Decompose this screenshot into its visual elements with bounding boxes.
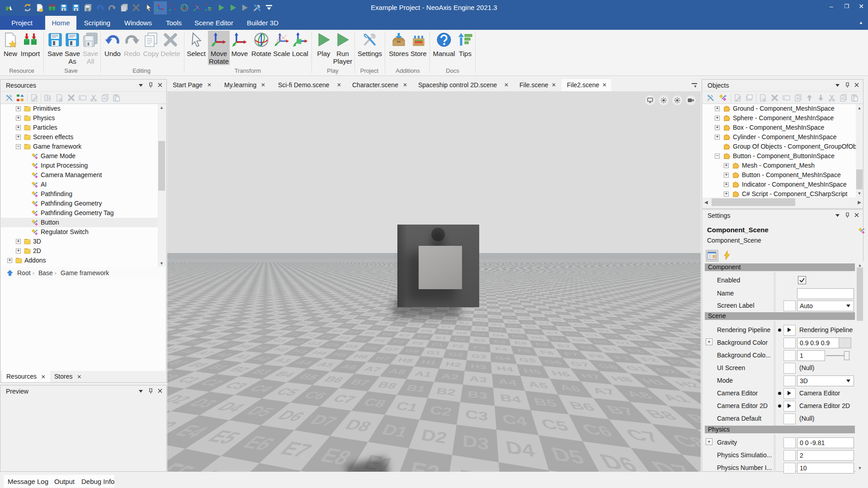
svg-text:A7: A7 bbox=[520, 299, 528, 300]
svg-text:F7: F7 bbox=[516, 294, 523, 295]
svg-text:B4: B4 bbox=[499, 392, 522, 405]
svg-text:E4: E4 bbox=[493, 339, 506, 344]
svg-text:D5: D5 bbox=[501, 305, 509, 306]
svg-text:F3: F3 bbox=[473, 345, 486, 350]
svg-text:H1: H1 bbox=[420, 359, 438, 366]
svg-text:C1: C1 bbox=[441, 325, 452, 328]
svg-text:E1: E1 bbox=[434, 336, 448, 340]
svg-text:F3: F3 bbox=[477, 309, 485, 311]
svg-text:F4: F4 bbox=[490, 310, 498, 311]
svg-text:D2: D2 bbox=[456, 331, 467, 335]
svg-text:H4: H4 bbox=[490, 316, 500, 318]
svg-text:F6: F6 bbox=[507, 294, 513, 295]
svg-text:C3: C3 bbox=[475, 327, 486, 330]
svg-text:G5: G5 bbox=[497, 295, 504, 296]
svg-text:B3: B3 bbox=[467, 389, 488, 401]
svg-text:F5: F5 bbox=[516, 348, 531, 353]
svg-text:E2: E2 bbox=[454, 337, 466, 341]
svg-text:F3: F3 bbox=[479, 293, 484, 294]
svg-text:A1: A1 bbox=[413, 370, 433, 379]
svg-text:H2: H2 bbox=[445, 361, 462, 368]
svg-text:H2: H2 bbox=[462, 314, 471, 317]
svg-text:B5: B5 bbox=[499, 300, 507, 302]
svg-text:F2: F2 bbox=[452, 344, 464, 349]
svg-text:E8: E8 bbox=[416, 334, 429, 338]
svg-text:A4: A4 bbox=[488, 298, 495, 300]
svg-text:D4: D4 bbox=[489, 305, 497, 306]
svg-text:H8: H8 bbox=[529, 298, 537, 299]
svg-text:E5: E5 bbox=[514, 341, 528, 346]
svg-text:A6: A6 bbox=[522, 321, 533, 324]
svg-text:F7: F7 bbox=[530, 311, 539, 313]
svg-text:F4: F4 bbox=[495, 347, 508, 352]
svg-text:D2: D2 bbox=[420, 426, 449, 447]
svg-text:D3: D3 bbox=[462, 431, 490, 453]
svg-text:E4: E4 bbox=[490, 307, 498, 309]
svg-text:F2: F2 bbox=[464, 308, 472, 310]
svg-text:F8: F8 bbox=[526, 295, 533, 296]
svg-text:E1: E1 bbox=[533, 293, 540, 294]
svg-text:A5: A5 bbox=[499, 299, 506, 300]
svg-text:B2: B2 bbox=[459, 322, 469, 325]
svg-text:B4: B4 bbox=[491, 323, 502, 326]
svg-text:B4: B4 bbox=[488, 300, 495, 301]
svg-text:E8: E8 bbox=[524, 293, 531, 294]
svg-text:A5: A5 bbox=[506, 320, 517, 323]
svg-text:E5: E5 bbox=[502, 307, 510, 309]
svg-text:B8: B8 bbox=[428, 320, 439, 323]
svg-text:F1: F1 bbox=[431, 342, 444, 347]
svg-text:F4: F4 bbox=[488, 293, 493, 294]
svg-text:H1: H1 bbox=[540, 298, 548, 300]
svg-text:C5: C5 bbox=[509, 329, 521, 333]
svg-text:F6: F6 bbox=[516, 310, 525, 312]
svg-text:A2: A2 bbox=[440, 372, 459, 381]
svg-text:H3: H3 bbox=[471, 363, 487, 371]
svg-text:H3: H3 bbox=[476, 315, 485, 317]
svg-text:D8: D8 bbox=[420, 329, 433, 333]
svg-text:G1: G1 bbox=[425, 350, 442, 356]
svg-text:C2: C2 bbox=[458, 326, 469, 329]
svg-text:C3: C3 bbox=[465, 407, 489, 423]
svg-text:C4: C4 bbox=[489, 302, 496, 304]
svg-text:E6: E6 bbox=[514, 308, 524, 310]
svg-text:G2: G2 bbox=[448, 351, 464, 357]
svg-text:A6: A6 bbox=[509, 299, 517, 300]
svg-text:G6: G6 bbox=[507, 296, 514, 297]
svg-text:G3: G3 bbox=[476, 312, 485, 314]
svg-text:A4: A4 bbox=[491, 319, 500, 322]
svg-text:A3: A3 bbox=[469, 375, 487, 384]
svg-text:D4: D4 bbox=[492, 333, 505, 337]
svg-text:C8: C8 bbox=[425, 324, 436, 328]
svg-text:G4: G4 bbox=[490, 312, 499, 314]
svg-text:D1: D1 bbox=[438, 330, 450, 333]
svg-text:G2: G2 bbox=[462, 311, 472, 313]
svg-text:A3: A3 bbox=[476, 319, 485, 321]
svg-text:H4: H4 bbox=[488, 296, 495, 298]
svg-text:B1: B1 bbox=[443, 321, 454, 324]
svg-text:B6: B6 bbox=[510, 301, 518, 302]
svg-text:A2: A2 bbox=[461, 318, 470, 320]
svg-text:G4: G4 bbox=[488, 295, 495, 296]
svg-text:F5: F5 bbox=[497, 294, 503, 295]
svg-text:D3: D3 bbox=[474, 332, 486, 336]
svg-text:C4: C4 bbox=[492, 328, 504, 332]
svg-text:H5: H5 bbox=[505, 316, 515, 319]
svg-text:B2: B2 bbox=[435, 386, 457, 398]
svg-text:C2: C2 bbox=[429, 404, 453, 419]
svg-text:G4: G4 bbox=[495, 355, 511, 361]
svg-text:E3: E3 bbox=[474, 338, 486, 343]
svg-text:B3: B3 bbox=[475, 323, 485, 326]
svg-text:D6: D6 bbox=[513, 305, 521, 307]
svg-text:G3: G3 bbox=[472, 353, 487, 360]
